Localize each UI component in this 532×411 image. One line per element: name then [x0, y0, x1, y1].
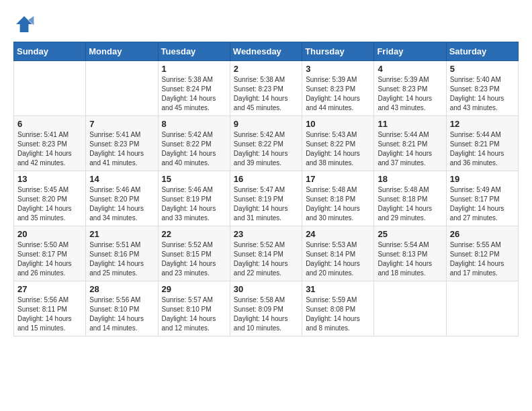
calendar-table: SundayMondayTuesdayWednesdayThursdayFrid… — [13, 42, 519, 336]
calendar-cell: 24Sunrise: 5:53 AMSunset: 8:14 PMDayligh… — [302, 226, 374, 281]
svg-marker-0 — [16, 16, 32, 32]
calendar-cell: 3Sunrise: 5:39 AMSunset: 8:23 PMDaylight… — [302, 61, 374, 116]
day-number: 2 — [234, 64, 298, 74]
day-info: Sunrise: 5:41 AMSunset: 8:23 PMDaylight:… — [89, 130, 154, 168]
day-number: 11 — [378, 119, 442, 129]
day-info: Sunrise: 5:57 AMSunset: 8:10 PMDaylight:… — [162, 295, 226, 333]
calendar-week-row: 13Sunrise: 5:45 AMSunset: 8:20 PMDayligh… — [14, 171, 519, 226]
day-info: Sunrise: 5:43 AMSunset: 8:22 PMDaylight:… — [306, 130, 370, 168]
day-info: Sunrise: 5:52 AMSunset: 8:15 PMDaylight:… — [162, 240, 226, 278]
day-number: 4 — [378, 64, 442, 74]
day-number: 21 — [89, 229, 154, 239]
calendar-cell: 30Sunrise: 5:58 AMSunset: 8:09 PMDayligh… — [230, 281, 302, 336]
calendar-cell: 11Sunrise: 5:44 AMSunset: 8:21 PMDayligh… — [374, 116, 446, 171]
day-header-saturday: Saturday — [446, 42, 518, 61]
day-info: Sunrise: 5:42 AMSunset: 8:22 PMDaylight:… — [234, 130, 298, 168]
day-header-monday: Monday — [86, 42, 158, 61]
day-number: 1 — [162, 64, 226, 74]
calendar-cell: 6Sunrise: 5:41 AMSunset: 8:23 PMDaylight… — [14, 116, 86, 171]
day-header-thursday: Thursday — [302, 42, 374, 61]
calendar-cell: 10Sunrise: 5:43 AMSunset: 8:22 PMDayligh… — [302, 116, 374, 171]
calendar-cell: 8Sunrise: 5:42 AMSunset: 8:22 PMDaylight… — [158, 116, 230, 171]
calendar-cell: 5Sunrise: 5:40 AMSunset: 8:23 PMDaylight… — [446, 61, 518, 116]
day-number: 18 — [378, 174, 442, 184]
calendar-cell — [374, 281, 446, 336]
day-header-wednesday: Wednesday — [230, 42, 302, 61]
day-info: Sunrise: 5:47 AMSunset: 8:19 PMDaylight:… — [234, 185, 298, 223]
calendar-cell: 27Sunrise: 5:56 AMSunset: 8:11 PMDayligh… — [14, 281, 86, 336]
page-header — [13, 13, 519, 35]
day-number: 14 — [89, 174, 154, 184]
logo — [13, 13, 38, 35]
day-info: Sunrise: 5:48 AMSunset: 8:18 PMDaylight:… — [306, 185, 370, 223]
day-info: Sunrise: 5:54 AMSunset: 8:13 PMDaylight:… — [378, 240, 442, 278]
calendar-cell: 18Sunrise: 5:48 AMSunset: 8:18 PMDayligh… — [374, 171, 446, 226]
calendar-cell: 16Sunrise: 5:47 AMSunset: 8:19 PMDayligh… — [230, 171, 302, 226]
day-number: 23 — [234, 229, 298, 239]
day-number: 10 — [306, 119, 370, 129]
day-number: 31 — [306, 284, 370, 294]
day-header-sunday: Sunday — [14, 42, 86, 61]
day-number: 15 — [162, 174, 226, 184]
day-number: 3 — [306, 64, 370, 74]
calendar-cell: 4Sunrise: 5:39 AMSunset: 8:23 PMDaylight… — [374, 61, 446, 116]
day-number: 16 — [234, 174, 298, 184]
calendar-week-row: 6Sunrise: 5:41 AMSunset: 8:23 PMDaylight… — [14, 116, 519, 171]
calendar-cell — [14, 61, 86, 116]
day-number: 7 — [89, 119, 154, 129]
calendar-week-row: 20Sunrise: 5:50 AMSunset: 8:17 PMDayligh… — [14, 226, 519, 281]
day-info: Sunrise: 5:48 AMSunset: 8:18 PMDaylight:… — [378, 185, 442, 223]
calendar-cell — [446, 281, 518, 336]
calendar-cell: 19Sunrise: 5:49 AMSunset: 8:17 PMDayligh… — [446, 171, 518, 226]
calendar-cell: 14Sunrise: 5:46 AMSunset: 8:20 PMDayligh… — [86, 171, 158, 226]
calendar-cell: 9Sunrise: 5:42 AMSunset: 8:22 PMDaylight… — [230, 116, 302, 171]
day-info: Sunrise: 5:58 AMSunset: 8:09 PMDaylight:… — [234, 295, 298, 333]
day-number: 28 — [89, 284, 154, 294]
day-number: 19 — [450, 174, 515, 184]
day-number: 27 — [17, 284, 82, 294]
day-info: Sunrise: 5:38 AMSunset: 8:24 PMDaylight:… — [162, 75, 226, 113]
calendar-cell: 7Sunrise: 5:41 AMSunset: 8:23 PMDaylight… — [86, 116, 158, 171]
day-info: Sunrise: 5:45 AMSunset: 8:20 PMDaylight:… — [17, 185, 82, 223]
day-number: 9 — [234, 119, 298, 129]
calendar-cell: 26Sunrise: 5:55 AMSunset: 8:12 PMDayligh… — [446, 226, 518, 281]
day-number: 26 — [450, 229, 515, 239]
calendar-cell: 25Sunrise: 5:54 AMSunset: 8:13 PMDayligh… — [374, 226, 446, 281]
calendar-cell: 28Sunrise: 5:56 AMSunset: 8:10 PMDayligh… — [86, 281, 158, 336]
day-info: Sunrise: 5:46 AMSunset: 8:19 PMDaylight:… — [162, 185, 226, 223]
day-info: Sunrise: 5:56 AMSunset: 8:11 PMDaylight:… — [17, 295, 82, 333]
day-header-friday: Friday — [374, 42, 446, 61]
calendar-cell: 12Sunrise: 5:44 AMSunset: 8:21 PMDayligh… — [446, 116, 518, 171]
day-info: Sunrise: 5:46 AMSunset: 8:20 PMDaylight:… — [89, 185, 154, 223]
calendar-cell: 29Sunrise: 5:57 AMSunset: 8:10 PMDayligh… — [158, 281, 230, 336]
day-number: 25 — [378, 229, 442, 239]
calendar-cell: 23Sunrise: 5:52 AMSunset: 8:14 PMDayligh… — [230, 226, 302, 281]
day-info: Sunrise: 5:39 AMSunset: 8:23 PMDaylight:… — [378, 75, 442, 113]
day-info: Sunrise: 5:56 AMSunset: 8:10 PMDaylight:… — [89, 295, 154, 333]
day-number: 30 — [234, 284, 298, 294]
day-info: Sunrise: 5:49 AMSunset: 8:17 PMDaylight:… — [450, 185, 515, 223]
day-number: 6 — [17, 119, 82, 129]
day-number: 24 — [306, 229, 370, 239]
calendar-cell: 2Sunrise: 5:38 AMSunset: 8:23 PMDaylight… — [230, 61, 302, 116]
calendar-cell: 1Sunrise: 5:38 AMSunset: 8:24 PMDaylight… — [158, 61, 230, 116]
calendar-header-row: SundayMondayTuesdayWednesdayThursdayFrid… — [14, 42, 519, 61]
calendar-cell: 13Sunrise: 5:45 AMSunset: 8:20 PMDayligh… — [14, 171, 86, 226]
day-info: Sunrise: 5:52 AMSunset: 8:14 PMDaylight:… — [234, 240, 298, 278]
day-info: Sunrise: 5:50 AMSunset: 8:17 PMDaylight:… — [17, 240, 82, 278]
day-info: Sunrise: 5:40 AMSunset: 8:23 PMDaylight:… — [450, 75, 515, 113]
day-info: Sunrise: 5:42 AMSunset: 8:22 PMDaylight:… — [162, 130, 226, 168]
day-number: 5 — [450, 64, 515, 74]
day-number: 22 — [162, 229, 226, 239]
day-number: 12 — [450, 119, 515, 129]
day-header-tuesday: Tuesday — [158, 42, 230, 61]
calendar-week-row: 1Sunrise: 5:38 AMSunset: 8:24 PMDaylight… — [14, 61, 519, 116]
calendar-cell — [86, 61, 158, 116]
day-info: Sunrise: 5:53 AMSunset: 8:14 PMDaylight:… — [306, 240, 370, 278]
calendar-cell: 31Sunrise: 5:59 AMSunset: 8:08 PMDayligh… — [302, 281, 374, 336]
day-number: 20 — [17, 229, 82, 239]
day-info: Sunrise: 5:51 AMSunset: 8:16 PMDaylight:… — [89, 240, 154, 278]
day-number: 17 — [306, 174, 370, 184]
day-info: Sunrise: 5:38 AMSunset: 8:23 PMDaylight:… — [234, 75, 298, 113]
day-number: 29 — [162, 284, 226, 294]
